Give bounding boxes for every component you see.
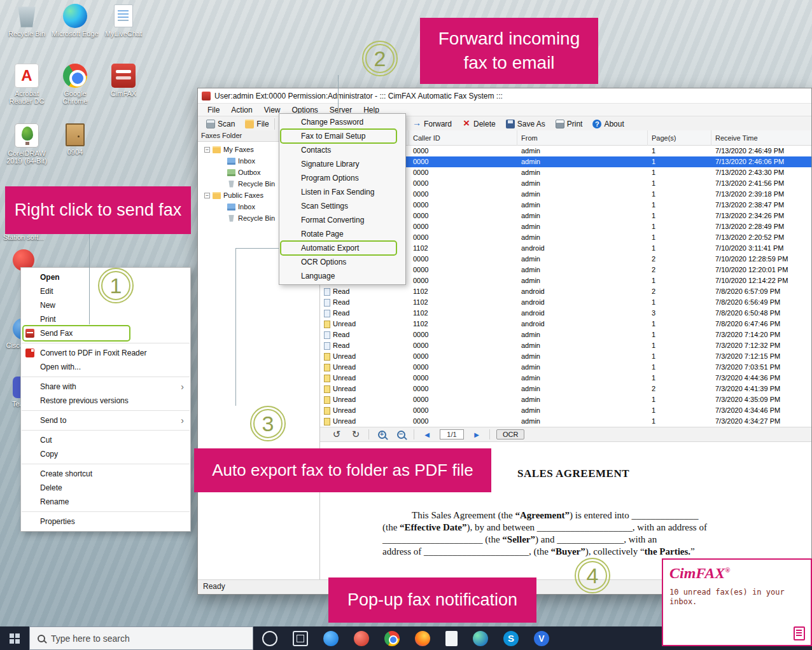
desktop-icon-cimfax[interactable]: CimFAX — [100, 64, 147, 123]
voov-icon[interactable] — [534, 631, 549, 646]
app-red-icon[interactable] — [354, 631, 369, 646]
options-menu-scan-settings[interactable]: Scan Settings — [279, 199, 405, 213]
chrome-task-icon[interactable] — [384, 631, 400, 646]
context-menu-delete[interactable]: Delete — [21, 481, 190, 495]
task-view-icon[interactable] — [293, 631, 308, 646]
unread-fax-icon — [324, 321, 330, 328]
options-menu-change-password[interactable]: Change Password — [279, 115, 405, 129]
desktop-icon-label: Microsoft Edge — [52, 30, 98, 38]
print-button[interactable]: Print — [551, 118, 587, 130]
context-menu-share-with[interactable]: Share with› — [21, 380, 190, 394]
table-row[interactable]: Unread0000admin17/3/2020 7:03:51 PM — [320, 362, 811, 373]
table-row[interactable]: Unread0000admin27/3/2020 4:41:39 PM — [320, 384, 811, 394]
status-cell: Read — [320, 329, 409, 340]
receive-time-cell: 7/13/2020 2:43:30 PM — [711, 167, 811, 178]
desktop-icon-edge[interactable]: Microsoft Edge — [52, 4, 99, 64]
table-row[interactable]: Read0000admin17/3/2020 7:12:32 PM — [320, 340, 811, 351]
column-receive-time[interactable]: Receive Time — [711, 130, 811, 146]
context-menu-restore-previous-versions[interactable]: Restore previous versions — [21, 394, 190, 408]
forward-button[interactable]: Forward — [408, 118, 456, 130]
delete-button[interactable]: Delete — [458, 118, 500, 130]
options-menu-rotate-page[interactable]: Rotate Page — [279, 227, 405, 241]
context-menu-convert-to-pdf-in-foxit-reader[interactable]: Convert to PDF in Foxit Reader — [21, 346, 190, 360]
taskbar-search[interactable] — [29, 626, 253, 650]
context-menu-cut[interactable]: Cut — [21, 433, 190, 447]
toolbar-button-label: Delete — [473, 120, 496, 128]
options-menu-contacts[interactable]: Contacts — [279, 143, 405, 157]
context-menu-open-with[interactable]: Open with... — [21, 360, 190, 374]
context-menu-create-shortcut[interactable]: Create shortcut — [21, 467, 190, 481]
start-button[interactable] — [0, 626, 29, 650]
context-menu-rename[interactable]: Rename — [21, 495, 190, 509]
zoom-out-button[interactable] — [395, 428, 407, 441]
desktop-icon-chrome[interactable]: Google Chrome — [52, 64, 99, 123]
options-menu-fax-to-email-setup[interactable]: Fax to Email Setup — [279, 129, 405, 143]
previous-page-button[interactable]: ◀ — [421, 428, 433, 441]
save-as-button[interactable]: Save As — [501, 118, 550, 130]
table-row[interactable]: Unread0000admin17/3/2020 4:44:36 PM — [320, 373, 811, 384]
app-blue-icon[interactable] — [323, 631, 339, 646]
collapse-expander-icon[interactable]: − — [204, 193, 210, 198]
desktop-icon-acrobat[interactable]: Acrobat Reader DC — [3, 64, 50, 123]
from-cell: android — [517, 243, 648, 254]
table-row[interactable]: Read1102android17/8/2020 6:56:49 PM — [320, 297, 811, 308]
options-menu-language[interactable]: Language — [279, 269, 405, 283]
preview-toolbar: ↺ ↻ ◀ 1/1 ▶ OCR — [320, 427, 811, 442]
context-menu-send-fax[interactable]: Send Fax — [21, 326, 190, 340]
fax-notification-popup[interactable]: CimFAX® 10 unread fax(es) in your inbox. — [662, 558, 812, 646]
notepad-icon[interactable] — [445, 631, 458, 646]
from-cell: admin — [517, 405, 648, 416]
status-label: Unread — [333, 362, 356, 373]
menu-file[interactable]: File — [202, 104, 225, 116]
options-menu-program-options[interactable]: Program Options — [279, 171, 405, 185]
context-menu-send-to[interactable]: Send to› — [21, 413, 190, 427]
options-menu-ocr-options[interactable]: OCR Options — [279, 255, 405, 269]
next-page-button[interactable]: ▶ — [470, 428, 483, 441]
folder-icon — [213, 192, 221, 199]
options-menu-automatic-export[interactable]: Automatic Export — [279, 241, 405, 255]
options-menu-listen-in-fax-sending[interactable]: Listen in Fax Sending — [279, 185, 405, 199]
cortana-icon[interactable] — [262, 631, 277, 646]
rotate-right-button[interactable]: ↻ — [349, 428, 362, 441]
desktop-icon-folder-0904[interactable]: 0904 — [52, 123, 99, 183]
table-row[interactable]: Read0000admin17/3/2020 7:14:20 PM — [320, 329, 811, 340]
column-from[interactable]: From — [517, 130, 648, 146]
file-button[interactable]: File — [241, 118, 273, 130]
table-row[interactable]: Unread0000admin17/3/2020 4:34:27 PM — [320, 416, 811, 427]
page-indicator[interactable]: 1/1 — [440, 429, 464, 439]
step-badge-2: 2 — [362, 41, 398, 76]
scan-button[interactable]: Scan — [202, 118, 239, 130]
callout-popup-notification: Pop-up fax notification — [328, 577, 536, 623]
desktop-icon-recycle-bin[interactable]: Recycle Bin — [3, 4, 50, 64]
search-input[interactable] — [51, 633, 223, 644]
desktop-icon-coreldraw[interactable]: CorelDRAW 2019 (64-Bit) — [3, 123, 50, 183]
column-pages[interactable]: Page(s) — [648, 130, 711, 146]
edge-task-icon[interactable] — [473, 631, 488, 646]
firefox-icon[interactable] — [415, 631, 430, 646]
table-row[interactable]: Unread0000admin17/3/2020 4:35:09 PM — [320, 394, 811, 405]
table-row[interactable]: Unread1102android17/8/2020 6:47:46 PM — [320, 319, 811, 329]
zoom-in-button[interactable] — [375, 428, 388, 441]
receive-time-cell: 7/8/2020 6:57:09 PM — [711, 286, 811, 297]
context-menu-properties[interactable]: Properties — [21, 515, 190, 529]
context-menu-print[interactable]: Print — [21, 312, 190, 326]
skype-icon[interactable] — [503, 631, 519, 646]
rotate-left-button[interactable]: ↺ — [330, 428, 343, 441]
from-cell: android — [517, 286, 648, 297]
recycle-bin-icon — [15, 4, 39, 28]
pages-cell: 1 — [648, 200, 711, 211]
table-row[interactable]: Read1102android27/8/2020 6:57:09 PM — [320, 286, 811, 297]
collapse-expander-icon[interactable]: − — [204, 147, 210, 153]
options-menu-format-converting[interactable]: Format Converting — [279, 213, 405, 227]
context-menu-copy[interactable]: Copy — [21, 447, 190, 461]
table-row[interactable]: Unread0000admin17/3/2020 7:12:15 PM — [320, 351, 811, 362]
desktop-icon-mylivechat[interactable]: MyLiveChat — [100, 4, 147, 64]
window-titlebar[interactable]: User:admin Ext:0000 Permission:Administr… — [198, 88, 811, 104]
column-caller-id[interactable]: Caller ID — [409, 130, 517, 146]
about-button[interactable]: About — [588, 118, 628, 130]
table-row[interactable]: Unread0000admin17/3/2020 4:34:46 PM — [320, 405, 811, 416]
table-row[interactable]: Read1102android37/8/2020 6:50:48 PM — [320, 308, 811, 319]
options-menu-signature-library[interactable]: Signature Library — [279, 157, 405, 171]
ocr-button[interactable]: OCR — [496, 429, 524, 439]
menu-action[interactable]: Action — [225, 104, 258, 116]
